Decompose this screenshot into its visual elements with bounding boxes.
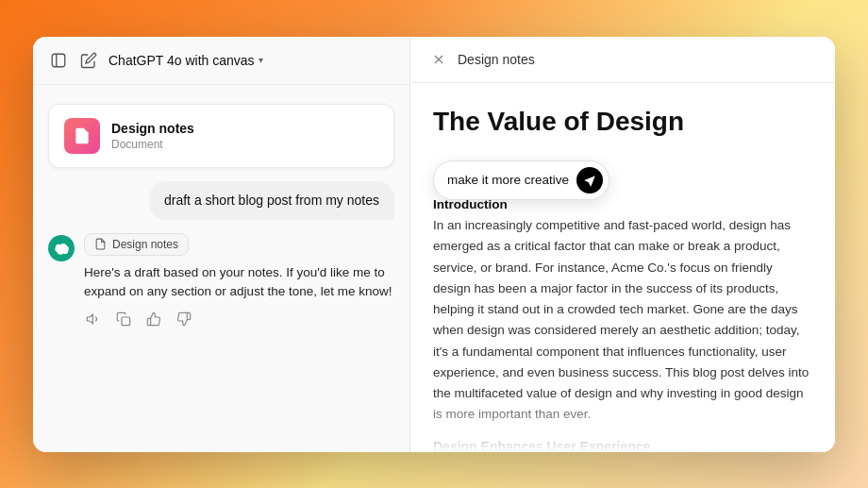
doc-subtitle: Document — [111, 138, 194, 151]
thumbdown-button[interactable] — [175, 310, 193, 328]
ai-content: Design notes Here's a draft based on you… — [84, 233, 394, 329]
edit-icon[interactable] — [78, 50, 99, 71]
article-title: The Value of Design — [433, 106, 812, 138]
svg-rect-5 — [122, 317, 130, 326]
action-buttons — [84, 310, 394, 328]
right-header: Design notes — [410, 37, 835, 83]
doc-title: Design notes — [111, 121, 194, 136]
right-panel: Design notes The Value of Design make it… — [410, 37, 835, 452]
chevron-down-icon: ▾ — [259, 55, 263, 65]
thumbup-button[interactable] — [144, 310, 163, 328]
volume-button[interactable] — [84, 310, 103, 328]
document-card[interactable]: Design notes Document — [48, 104, 394, 168]
design-notes-badge[interactable]: Design notes — [84, 233, 189, 256]
article-content: The Value of Design make it more creativ… — [410, 83, 835, 452]
left-header: ChatGPT 4o with canvas ▾ — [33, 37, 409, 85]
user-message: draft a short blog post from my notes — [149, 181, 394, 220]
chat-area: Design notes Document draft a short blog… — [33, 85, 409, 452]
doc-info: Design notes Document — [111, 121, 194, 151]
suggestion-send-button[interactable] — [576, 167, 603, 194]
model-selector[interactable]: ChatGPT 4o with canvas ▾ — [108, 53, 263, 68]
ai-avatar — [48, 235, 75, 261]
copy-button[interactable] — [114, 310, 133, 328]
intro-body: In an increasingly competitive and fast-… — [433, 215, 812, 426]
model-title: ChatGPT 4o with canvas — [108, 53, 255, 68]
svg-marker-4 — [87, 315, 92, 324]
close-button[interactable] — [429, 50, 448, 69]
app-window: ChatGPT 4o with canvas ▾ Design notes D — [33, 37, 835, 452]
sidebar-toggle-icon[interactable] — [48, 50, 69, 71]
svg-rect-0 — [52, 54, 65, 67]
suggestion-bar: make it more creative — [433, 160, 609, 200]
suggestion-text: make it more creative — [447, 173, 569, 187]
right-panel-title: Design notes — [458, 52, 535, 67]
badge-label: Design notes — [112, 238, 178, 251]
left-panel: ChatGPT 4o with canvas ▾ Design notes D — [33, 37, 410, 452]
ai-response-text: Here's a draft based on your notes. If y… — [84, 263, 394, 303]
section2-title: Design Enhances User Experience — [433, 439, 812, 452]
ai-response: Design notes Here's a draft based on you… — [48, 233, 394, 329]
doc-icon — [64, 118, 100, 154]
